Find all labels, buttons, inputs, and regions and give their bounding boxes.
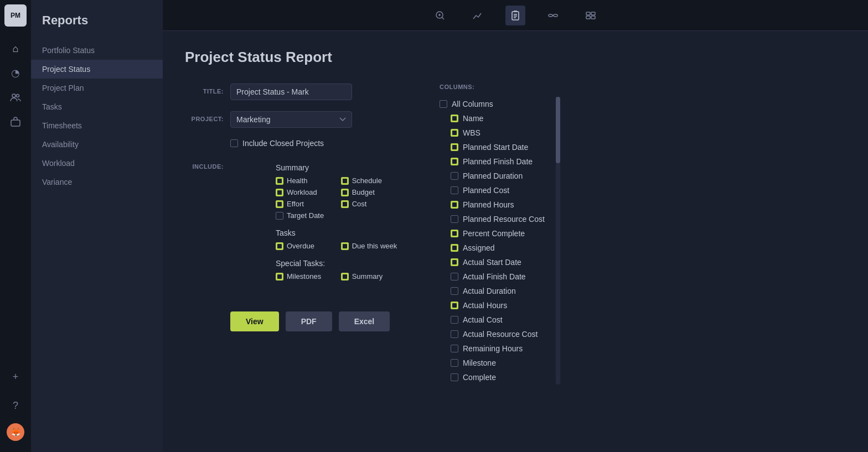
name-checkbox[interactable] <box>451 115 458 122</box>
planned-cost-checkbox[interactable] <box>451 186 458 194</box>
col-assigned[interactable]: Assigned <box>440 241 545 255</box>
include-milestones[interactable]: Milestones <box>276 272 332 280</box>
actual-start-date-checkbox[interactable] <box>451 258 458 266</box>
include-target-date[interactable]: Target Date <box>276 211 332 220</box>
excel-button[interactable]: Excel <box>339 311 390 331</box>
layout-toolbar-icon[interactable] <box>581 6 601 25</box>
search-zoom-toolbar-icon[interactable] <box>430 6 450 25</box>
actual-hours-checkbox[interactable] <box>451 302 458 309</box>
include-summary[interactable]: Summary <box>341 272 397 280</box>
include-schedule[interactable]: Schedule <box>341 176 397 185</box>
summary-checkbox[interactable] <box>341 273 349 280</box>
pdf-button[interactable]: PDF <box>286 311 332 331</box>
include-budget[interactable]: Budget <box>341 188 397 196</box>
col-wbs[interactable]: WBS <box>440 126 545 140</box>
remaining-hours-label: Remaining Hours <box>463 344 523 353</box>
home-icon[interactable]: ⌂ <box>4 38 27 60</box>
col-planned-cost[interactable]: Planned Cost <box>440 183 545 198</box>
view-button[interactable]: View <box>230 311 279 331</box>
planned-start-date-checkbox[interactable] <box>451 143 458 151</box>
col-planned-finish-date[interactable]: Planned Finish Date <box>440 154 545 169</box>
svg-point-0 <box>12 94 16 97</box>
actual-resource-cost-checkbox[interactable] <box>451 330 458 338</box>
col-actual-cost[interactable]: Actual Cost <box>440 313 545 327</box>
link-toolbar-icon[interactable] <box>543 6 563 25</box>
sidebar-item-variance[interactable]: Variance <box>31 173 163 191</box>
help-icon[interactable]: ? <box>4 394 27 417</box>
schedule-checkbox[interactable] <box>341 177 349 185</box>
avatar[interactable]: 🦊 <box>7 423 24 441</box>
remaining-hours-checkbox[interactable] <box>451 345 458 352</box>
include-cost[interactable]: Cost <box>341 200 397 208</box>
percent-complete-checkbox[interactable] <box>451 230 458 237</box>
sidebar-item-timesheets[interactable]: Timesheets <box>31 116 163 135</box>
overdue-checkbox[interactable] <box>276 242 283 250</box>
due-this-week-checkbox[interactable] <box>341 242 349 250</box>
col-percent-complete[interactable]: Percent Complete <box>440 226 545 241</box>
health-checkbox[interactable] <box>276 177 283 185</box>
actual-cost-checkbox[interactable] <box>451 316 458 324</box>
project-label: PROJECT: <box>185 111 224 122</box>
wbs-checkbox[interactable] <box>451 129 458 137</box>
sidebar-item-portfolio-status[interactable]: Portfolio Status <box>31 41 163 60</box>
include-health[interactable]: Health <box>276 176 332 185</box>
include-workload[interactable]: Workload <box>276 188 332 196</box>
col-actual-duration[interactable]: Actual Duration <box>440 284 545 298</box>
cost-checkbox[interactable] <box>341 200 349 208</box>
col-planned-resource-cost[interactable]: Planned Resource Cost <box>440 212 545 226</box>
planned-duration-checkbox[interactable] <box>451 172 458 180</box>
complete-checkbox[interactable] <box>451 373 458 381</box>
milestone-checkbox[interactable] <box>451 359 458 367</box>
sidebar-item-tasks[interactable]: Tasks <box>31 97 163 116</box>
clipboard-toolbar-icon[interactable] <box>505 6 525 25</box>
planned-finish-date-label: Planned Finish Date <box>463 157 533 166</box>
col-planned-hours[interactable]: Planned Hours <box>440 198 545 212</box>
col-planned-start-date[interactable]: Planned Start Date <box>440 140 545 154</box>
people-icon[interactable] <box>4 86 27 108</box>
include-effort[interactable]: Effort <box>276 200 332 208</box>
assigned-label: Assigned <box>463 243 495 252</box>
actual-finish-date-checkbox[interactable] <box>451 273 458 280</box>
col-actual-hours[interactable]: Actual Hours <box>440 298 545 313</box>
page-title: Project Status Report <box>185 49 846 66</box>
project-select[interactable]: Marketing Development Design Operations <box>230 111 352 128</box>
chart-toolbar-icon[interactable] <box>468 6 488 25</box>
col-name[interactable]: Name <box>440 111 545 126</box>
title-input[interactable] <box>230 84 352 100</box>
assigned-checkbox[interactable] <box>451 244 458 252</box>
columns-scrollbar[interactable] <box>556 97 560 385</box>
col-actual-finish-date[interactable]: Actual Finish Date <box>440 269 545 284</box>
workload-checkbox[interactable] <box>276 189 283 196</box>
add-icon[interactable]: + <box>4 366 27 388</box>
sidebar-item-workload[interactable]: Workload <box>31 154 163 173</box>
all-columns-checkbox[interactable] <box>440 100 447 108</box>
app-logo[interactable]: PM <box>4 4 27 27</box>
sidebar-item-project-status[interactable]: Project Status <box>31 60 163 79</box>
sidebar-item-availability[interactable]: Availability <box>31 135 163 154</box>
col-remaining-hours[interactable]: Remaining Hours <box>440 341 545 356</box>
effort-checkbox[interactable] <box>276 200 283 208</box>
target-date-checkbox[interactable] <box>276 212 283 220</box>
col-actual-start-date[interactable]: Actual Start Date <box>440 255 545 269</box>
sidebar-item-project-plan[interactable]: Project Plan <box>31 79 163 97</box>
planned-hours-checkbox[interactable] <box>451 201 458 209</box>
include-closed-checkbox[interactable] <box>230 139 238 147</box>
actual-duration-checkbox[interactable] <box>451 287 458 295</box>
include-overdue[interactable]: Overdue <box>276 242 332 250</box>
budget-checkbox[interactable] <box>341 189 349 196</box>
col-actual-resource-cost[interactable]: Actual Resource Cost <box>440 327 545 341</box>
col-all-columns[interactable]: All Columns <box>440 97 545 111</box>
content-area: Project Status Report TITLE: PROJECT: Ma… <box>163 31 868 452</box>
planned-finish-date-checkbox[interactable] <box>451 158 458 165</box>
planned-resource-cost-checkbox[interactable] <box>451 215 458 223</box>
milestones-checkbox[interactable] <box>276 273 283 280</box>
col-planned-duration[interactable]: Planned Duration <box>440 169 545 183</box>
clock-icon[interactable]: ◔ <box>4 62 27 84</box>
col-complete[interactable]: Complete <box>440 370 545 385</box>
planned-resource-cost-label: Planned Resource Cost <box>463 215 545 224</box>
include-closed-row[interactable]: Include Closed Projects <box>230 139 417 148</box>
col-milestone[interactable]: Milestone <box>440 356 545 370</box>
complete-label: Complete <box>463 373 496 382</box>
include-due-this-week[interactable]: Due this week <box>341 242 397 250</box>
briefcase-icon[interactable] <box>4 111 27 133</box>
